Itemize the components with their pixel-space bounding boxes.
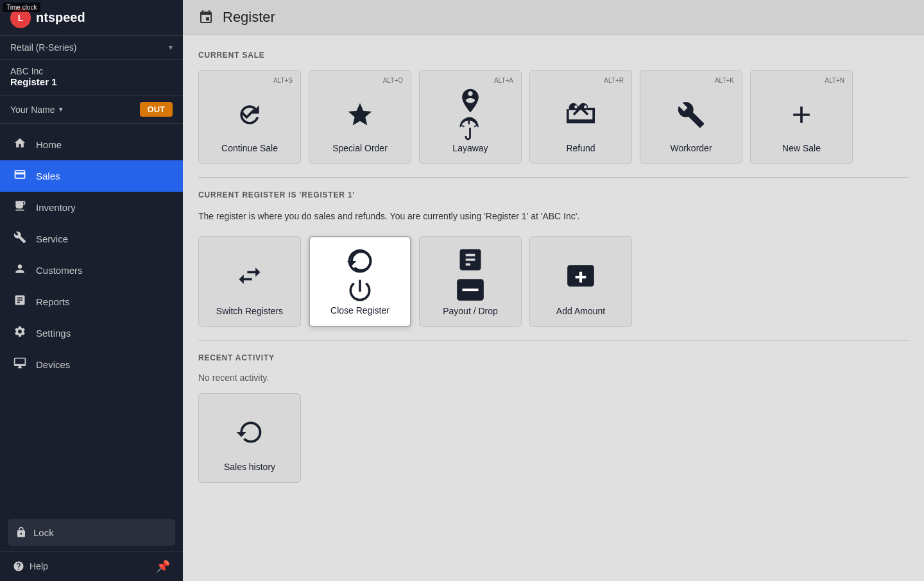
new-sale-shortcut: ALT+N bbox=[825, 77, 844, 84]
current-sale-section-title: CURRENT SALE bbox=[198, 51, 909, 60]
sidebar-item-settings[interactable]: Settings bbox=[0, 317, 183, 349]
sidebar-item-devices[interactable]: Devices bbox=[0, 349, 183, 380]
notification-icon[interactable]: 📌 bbox=[156, 559, 170, 573]
sidebar-item-service[interactable]: Service bbox=[0, 223, 183, 255]
main-body: CURRENT SALE ALT+S Continue Sale ALT+O S… bbox=[183, 35, 924, 581]
new-sale-card[interactable]: ALT+N New Sale bbox=[750, 70, 853, 164]
recent-activity-empty: No recent activity. bbox=[198, 373, 909, 383]
switch-registers-icon bbox=[235, 262, 264, 290]
divider-1 bbox=[198, 177, 909, 178]
sales-history-icon bbox=[235, 418, 264, 446]
close-register-icon bbox=[346, 247, 374, 275]
refund-icon bbox=[567, 101, 595, 129]
store-selector-label: Retail (R-Series) bbox=[10, 42, 76, 53]
sidebar-footer: Help 📌 bbox=[0, 551, 183, 581]
register-info: ABC Inc Register 1 bbox=[0, 60, 183, 96]
close-register-card[interactable]: Close Register bbox=[309, 236, 411, 327]
logo-text: ntspeed bbox=[36, 10, 85, 25]
user-name-text: Your Name bbox=[10, 105, 55, 115]
power-icon bbox=[346, 276, 374, 305]
register-header-icon bbox=[198, 10, 214, 25]
special-order-card[interactable]: ALT+O Special Order bbox=[309, 70, 411, 164]
layaway-label: Layaway bbox=[452, 143, 488, 153]
sidebar-item-reports[interactable]: Reports bbox=[0, 286, 183, 317]
sidebar-item-inventory[interactable]: Inventory bbox=[0, 192, 183, 223]
sidebar-item-customers-label: Customers bbox=[36, 265, 83, 276]
store-selector[interactable]: Retail (R-Series) ▾ bbox=[0, 36, 183, 60]
sales-history-label: Sales history bbox=[224, 462, 275, 472]
page-title: Register bbox=[223, 9, 275, 26]
layaway-icon bbox=[456, 87, 484, 115]
lock-button[interactable]: Lock bbox=[8, 519, 175, 546]
sales-history-card[interactable]: Sales history bbox=[198, 393, 301, 483]
continue-sale-label: Continue Sale bbox=[221, 143, 278, 153]
store-selector-chevron: ▾ bbox=[169, 43, 173, 52]
sidebar-item-home[interactable]: Home bbox=[0, 129, 183, 160]
time-clock-badge: Time clock bbox=[3, 3, 40, 12]
inventory-icon bbox=[13, 199, 27, 215]
register-action-cards: Switch Registers Close Register Payout /… bbox=[198, 236, 909, 327]
customers-icon bbox=[13, 262, 27, 278]
continue-sale-card[interactable]: ALT+S Continue Sale bbox=[198, 70, 301, 164]
recent-activity-section-title: RECENT ACTIVITY bbox=[198, 353, 909, 362]
workorder-card[interactable]: ALT+K Workorder bbox=[640, 70, 742, 164]
nav-items: Home Sales Inventory Service Customers bbox=[0, 124, 183, 514]
payout-drop-label: Payout / Drop bbox=[443, 306, 498, 316]
add-amount-label: Add Amount bbox=[556, 306, 605, 316]
refund-card[interactable]: ALT+R Refund bbox=[529, 70, 632, 164]
sidebar-item-settings-label: Settings bbox=[36, 328, 71, 339]
payout-drop-card[interactable]: Payout / Drop bbox=[419, 236, 522, 327]
reports-icon bbox=[13, 294, 27, 310]
refund-label: Refund bbox=[566, 143, 595, 153]
current-sale-cards: ALT+S Continue Sale ALT+O Special Order … bbox=[198, 70, 909, 164]
layaway-card[interactable]: ALT+A Layaway bbox=[419, 70, 522, 164]
payout-drop-icon bbox=[456, 246, 484, 274]
company-name: ABC Inc bbox=[10, 66, 173, 76]
divider-2 bbox=[198, 340, 909, 341]
add-amount-card[interactable]: Add Amount bbox=[529, 236, 632, 327]
layaway-shortcut: ALT+A bbox=[494, 77, 513, 84]
continue-sale-shortcut: ALT+S bbox=[273, 77, 293, 84]
help-link[interactable]: Help bbox=[13, 560, 48, 572]
lock-label: Lock bbox=[33, 527, 54, 538]
refund-shortcut: ALT+R bbox=[604, 77, 624, 84]
special-order-icon bbox=[346, 101, 374, 129]
workorder-label: Workorder bbox=[670, 143, 712, 153]
lock-icon bbox=[15, 526, 27, 538]
user-row: Your Name ▾ OUT bbox=[0, 96, 183, 124]
add-amount-icon bbox=[565, 260, 597, 292]
current-register-section-title: CURRENT REGISTER IS 'REGISTER 1' bbox=[198, 190, 909, 199]
devices-icon bbox=[13, 357, 27, 373]
new-sale-label: New Sale bbox=[782, 143, 821, 153]
sidebar-item-sales-label: Sales bbox=[36, 171, 60, 181]
layaway-umbrella-icon bbox=[456, 115, 484, 143]
register-description: The register is where you do sales and r… bbox=[198, 210, 909, 223]
switch-registers-card[interactable]: Switch Registers bbox=[198, 236, 301, 327]
home-icon bbox=[13, 137, 27, 153]
continue-sale-icon bbox=[235, 101, 264, 129]
switch-registers-label: Switch Registers bbox=[216, 306, 283, 316]
recent-activity-cards: Sales history bbox=[198, 393, 909, 483]
help-label: Help bbox=[30, 561, 48, 571]
sidebar-item-devices-label: Devices bbox=[36, 359, 70, 370]
close-register-label: Close Register bbox=[330, 305, 389, 316]
user-chevron-icon: ▾ bbox=[59, 105, 63, 114]
user-name[interactable]: Your Name ▾ bbox=[10, 105, 63, 115]
out-button[interactable]: OUT bbox=[140, 102, 173, 117]
sidebar-item-sales[interactable]: Sales bbox=[0, 160, 183, 192]
special-order-label: Special Order bbox=[332, 143, 388, 153]
new-sale-icon bbox=[787, 101, 816, 129]
help-icon bbox=[13, 560, 24, 572]
special-order-shortcut: ALT+O bbox=[383, 77, 403, 84]
sidebar-item-inventory-label: Inventory bbox=[36, 202, 76, 213]
sidebar-item-home-label: Home bbox=[36, 139, 62, 150]
payout-icon2 bbox=[454, 274, 486, 306]
service-icon bbox=[13, 231, 27, 247]
sidebar-item-reports-label: Reports bbox=[36, 296, 70, 307]
register-name: Register 1 bbox=[10, 76, 173, 87]
workorder-icon bbox=[677, 101, 705, 129]
sidebar-item-service-label: Service bbox=[36, 233, 68, 244]
workorder-shortcut: ALT+K bbox=[715, 77, 734, 84]
sidebar-item-customers[interactable]: Customers bbox=[0, 255, 183, 286]
sales-icon bbox=[13, 168, 27, 184]
